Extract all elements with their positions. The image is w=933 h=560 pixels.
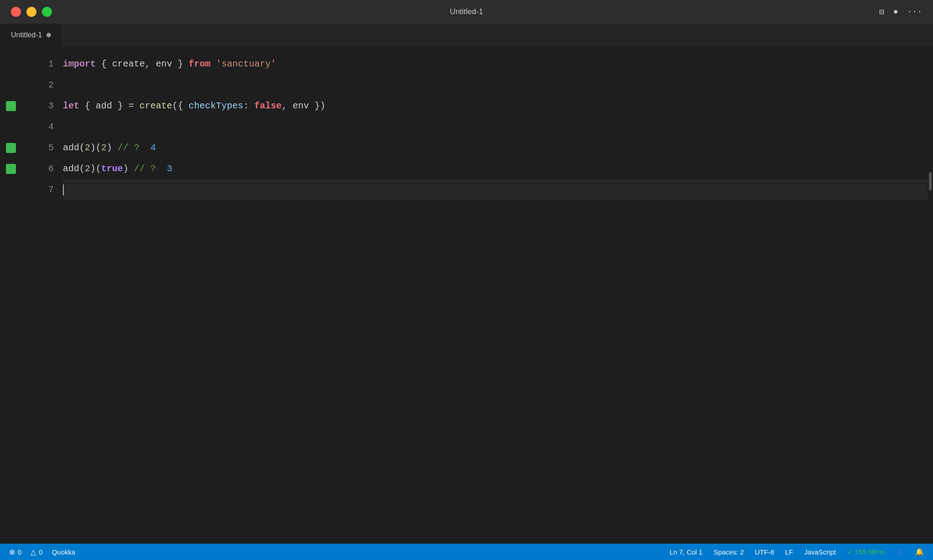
timing-check: ✓ 159.98ms [847,548,885,556]
tab-bar: Untitled-1 [0,24,933,46]
breakpoint-5 [6,143,16,153]
titlebar-actions: ⊟ ● ··· [879,7,922,17]
status-person[interactable]: 👤 [896,548,904,556]
token-comment-6: // ? [134,158,156,179]
breakpoint-3 [6,101,16,111]
token-comment-5: // ? [118,137,139,158]
token-false: false [254,96,282,117]
token-create: create [139,96,172,117]
token-let: let [63,96,79,117]
token-string-sanctuary: 'sanctuary' [216,54,276,75]
minimize-button[interactable] [26,7,36,17]
plugin-name: Quokka [52,548,76,556]
status-left: ⊗ 0 △ 0 Quokka [9,548,75,556]
code-line-6: add ( 2 )( true ) // ? 3 [63,158,928,179]
code-line-5: add ( 2 )( 2 ) // ? 4 [63,137,928,158]
status-bar: ⊗ 0 △ 0 Quokka Ln 7, Col 1 Spaces: 2 UTF… [0,544,933,560]
line-ending-label: LF [785,548,793,556]
gutter-line-5[interactable] [0,137,22,158]
close-button[interactable] [11,7,21,17]
circle-icon: ● [893,7,898,16]
breakpoint-6 [6,164,16,174]
status-errors[interactable]: ⊗ 0 [9,548,21,556]
status-plugin[interactable]: Quokka [52,548,76,556]
window-title: Untitled-1 [450,7,483,16]
code-line-3: let { add } = create ({ checkTypes : fal… [63,96,928,117]
gutter-line-2 [0,75,22,96]
language-label: JavaScript [804,548,836,556]
status-bell[interactable]: 🔔 [915,548,924,556]
line-numbers: 1 2 3 4 5 6 7 [22,54,58,544]
text-cursor [63,184,64,195]
token-result-5: 4 [150,137,156,158]
gutter-line-3[interactable] [0,96,22,117]
token-from: from [189,54,210,75]
tab-modified-indicator [46,33,51,37]
gutter-line-4 [0,117,22,137]
traffic-lights [11,7,52,17]
gutter-line-1 [0,54,22,75]
token-result-6: 3 [167,158,172,179]
maximize-button[interactable] [42,7,52,17]
status-encoding[interactable]: UTF-8 [755,548,774,556]
token-true: true [101,158,123,179]
status-warnings[interactable]: △ 0 [31,548,42,556]
code-editor: 1 2 3 4 5 6 7 import { create , env } fr… [0,46,933,544]
token-import: import [63,54,96,75]
warning-icon: △ [31,548,36,556]
bell-icon: 🔔 [915,548,924,556]
code-line-2 [63,75,928,96]
tab-untitled-1[interactable]: Untitled-1 [0,24,62,46]
cursor-position: Ln 7, Col 1 [670,548,703,556]
code-line-1: import { create , env } from 'sanctuary' [63,54,928,75]
split-editor-icon[interactable]: ⊟ [879,7,884,17]
status-timing: ✓ 159.98ms [847,548,885,556]
gutter-line-7 [0,179,22,200]
vertical-scrollbar[interactable] [928,54,933,544]
status-position[interactable]: Ln 7, Col 1 [670,548,703,556]
code-line-7 [63,179,928,200]
scrollbar-thumb[interactable] [929,172,932,190]
token-checkTypes: checkTypes [189,96,243,117]
status-line-ending[interactable]: LF [785,548,793,556]
warning-count: 0 [39,548,42,556]
gutter-line-6[interactable] [0,158,22,179]
code-content[interactable]: import { create , env } from 'sanctuary'… [58,54,928,544]
error-icon: ⊗ [9,548,15,556]
more-actions-icon[interactable]: ··· [907,7,922,16]
status-language[interactable]: JavaScript [804,548,836,556]
error-count: 0 [18,548,21,556]
status-right: Ln 7, Col 1 Spaces: 2 UTF-8 LF JavaScrip… [670,548,924,556]
tab-label: Untitled-1 [11,31,42,39]
code-line-4 [63,117,928,137]
spaces-label: Spaces: 2 [713,548,744,556]
person-icon: 👤 [896,548,904,556]
titlebar: Untitled-1 ⊟ ● ··· [0,0,933,24]
breakpoint-gutter [0,54,22,544]
status-spaces[interactable]: Spaces: 2 [713,548,744,556]
encoding-label: UTF-8 [755,548,774,556]
